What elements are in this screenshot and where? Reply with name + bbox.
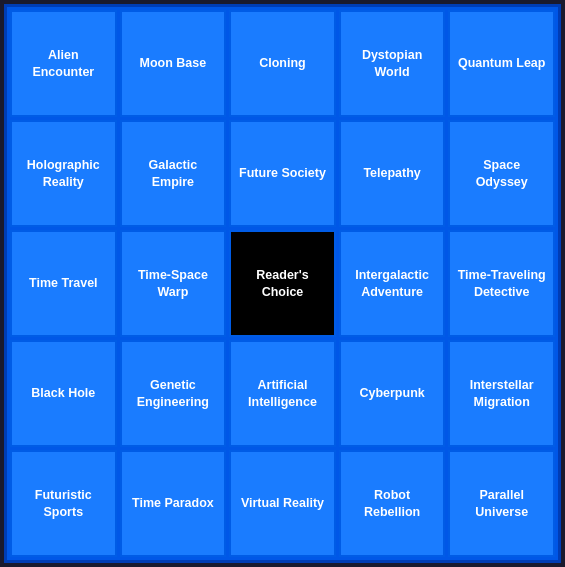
bingo-cell-r1c2[interactable]: Future Society — [229, 120, 336, 227]
bingo-cell-r3c1[interactable]: Genetic Engineering — [120, 340, 227, 447]
bingo-cell-r0c3[interactable]: Dystopian World — [339, 10, 446, 117]
bingo-cell-r1c3[interactable]: Telepathy — [339, 120, 446, 227]
bingo-cell-r0c0[interactable]: Alien Encounter — [10, 10, 117, 117]
bingo-cell-r1c0[interactable]: Holographic Reality — [10, 120, 117, 227]
bingo-cell-r4c1[interactable]: Time Paradox — [120, 450, 227, 557]
bingo-cell-r2c4[interactable]: Time-Traveling Detective — [448, 230, 555, 337]
bingo-cell-r3c0[interactable]: Black Hole — [10, 340, 117, 447]
bingo-cell-r0c4[interactable]: Quantum Leap — [448, 10, 555, 117]
bingo-cell-r4c2[interactable]: Virtual Reality — [229, 450, 336, 557]
bingo-cell-r4c4[interactable]: Parallel Universe — [448, 450, 555, 557]
bingo-cell-r4c3[interactable]: Robot Rebellion — [339, 450, 446, 557]
bingo-cell-r1c1[interactable]: Galactic Empire — [120, 120, 227, 227]
bingo-cell-r0c2[interactable]: Cloning — [229, 10, 336, 117]
bingo-cell-r2c0[interactable]: Time Travel — [10, 230, 117, 337]
bingo-cell-r2c1[interactable]: Time-Space Warp — [120, 230, 227, 337]
bingo-cell-r4c0[interactable]: Futuristic Sports — [10, 450, 117, 557]
bingo-cell-r0c1[interactable]: Moon Base — [120, 10, 227, 117]
bingo-cell-r2c3[interactable]: Intergalactic Adventure — [339, 230, 446, 337]
bingo-cell-r1c4[interactable]: Space Odyssey — [448, 120, 555, 227]
bingo-cell-r3c2[interactable]: Artificial Intelligence — [229, 340, 336, 447]
bingo-cell-r3c3[interactable]: Cyberpunk — [339, 340, 446, 447]
bingo-cell-r3c4[interactable]: Interstellar Migration — [448, 340, 555, 447]
bingo-cell-r2c2: Reader's Choice — [229, 230, 336, 337]
bingo-board: Alien EncounterMoon BaseCloningDystopian… — [4, 4, 561, 563]
